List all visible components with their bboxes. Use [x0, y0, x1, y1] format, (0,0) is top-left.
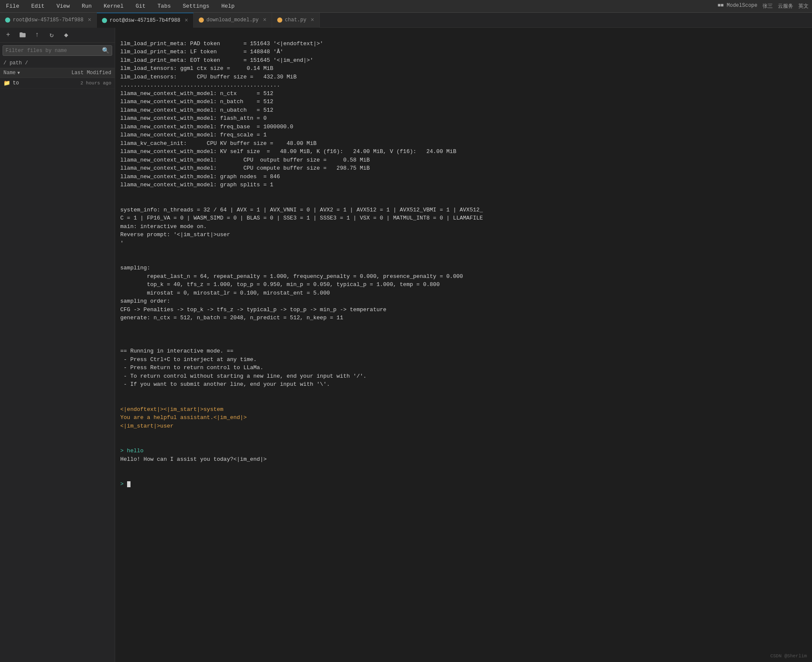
terminal-line: C = 1 | FP16_VA = 0 | WASM_SIMD = 0 | BL… — [120, 215, 483, 221]
terminal-line: - Press Ctrl+C to interject at any time. — [120, 356, 257, 363]
menu-help[interactable]: Help — [219, 2, 237, 10]
menu-edit[interactable]: Edit — [29, 2, 47, 10]
terminal-output[interactable]: llm_load_print_meta: PAD token = 151643 … — [115, 28, 812, 662]
terminal-response: Hello! How can I assist you today?<|im_e… — [120, 456, 267, 463]
terminal-line: mirostat = 0, mirostat_lr = 0.100, miros… — [120, 290, 330, 296]
terminal-line: llama_new_context_with_model: KV self si… — [120, 148, 456, 155]
column-modified[interactable]: Last Modified — [60, 70, 111, 76]
tab-icon-2 — [102, 18, 107, 23]
tab-icon-3 — [199, 17, 204, 23]
terminal-line: ' — [120, 240, 124, 246]
terminal-line: llm_load_print_meta: PAD token = 151643 … — [120, 40, 323, 47]
new-folder-button[interactable] — [17, 29, 28, 40]
menu-settings[interactable]: Settings — [180, 2, 212, 10]
main-area: + ↑ ↻ ◆ 🔍 / path / Name ▼ Last Modified — [0, 28, 812, 662]
breadcrumb: / path / — [0, 58, 115, 68]
menu-git[interactable]: Git — [133, 2, 148, 10]
menu-run[interactable]: Run — [79, 2, 94, 10]
account-type: 云服务 — [778, 3, 793, 10]
terminal-user-input: > hello — [120, 448, 144, 454]
terminal-line: - To return control without starting a n… — [120, 373, 366, 379]
brand-logo: ■■ ModelScope — [717, 3, 757, 10]
file-name: to — [13, 80, 60, 86]
git-button[interactable]: ◆ — [61, 29, 72, 40]
terminal-line: llama_new_context_with_model: n_batch = … — [120, 98, 273, 105]
column-name-label: Name — [3, 70, 16, 76]
terminal-line: sampling order: — [120, 298, 170, 304]
sort-arrow-icon: ▼ — [17, 71, 20, 75]
terminal-line: main: interactive mode on. — [120, 223, 207, 230]
terminal-line: Reverse prompt: '<|im_start|>user — [120, 231, 230, 238]
terminal-line: llama_kv_cache_init: CPU KV buffer size … — [120, 140, 316, 147]
folder-icon: 📁 — [3, 80, 10, 87]
tab-close-3[interactable]: × — [263, 17, 267, 23]
terminal-line: llama_new_context_with_model: freq_base … — [120, 124, 293, 130]
search-icon[interactable]: 🔍 — [102, 47, 109, 54]
terminal-line: repeat_last_n = 64, repeat_penalty = 1.0… — [120, 273, 463, 280]
search-input[interactable] — [6, 48, 102, 54]
menu-tabs[interactable]: Tabs — [155, 2, 173, 10]
tab-icon-4 — [277, 17, 282, 23]
terminal-line: llama_new_context_with_model: CPU comput… — [120, 165, 370, 171]
upload-button[interactable]: ↑ — [32, 29, 43, 40]
list-item[interactable]: 📁 to 2 hours ago — [0, 78, 115, 89]
tab-download-model[interactable]: download_model.py × — [194, 13, 272, 28]
terminal-line: generate: n_ctx = 512, n_batch = 2048, n… — [120, 315, 343, 321]
terminal-line: - If you want to submit another line, en… — [120, 381, 330, 387]
terminal-line: llm_load_tensors: ggml ctx size = 0.14 M… — [120, 65, 273, 72]
cursor-block — [127, 481, 130, 487]
new-file-button[interactable]: + — [3, 29, 14, 40]
lang-switch[interactable]: 英文 — [798, 3, 809, 10]
logo-area: ■■ ModelScope 张三 云服务 英文 — [717, 3, 809, 10]
terminal-line: == Running in interactive mode. == — [120, 348, 233, 354]
terminal-line: - Press Return to return control to LLaM… — [120, 364, 263, 371]
terminal-cursor-prompt[interactable]: > — [120, 481, 130, 487]
tab-icon-1 — [5, 17, 10, 23]
file-list-header: Name ▼ Last Modified — [0, 68, 115, 78]
tab-label-4: chat.py — [285, 17, 306, 23]
terminal-line: top_k = 40, tfs_z = 1.000, top_p = 0.950… — [120, 281, 440, 288]
terminal-line: llama_new_context_with_model: n_ubatch =… — [120, 107, 273, 113]
menu-kernel[interactable]: Kernel — [101, 2, 126, 10]
terminal-line: system_info: n_threads = 32 / 64 | AVX =… — [120, 207, 483, 213]
menu-view[interactable]: View — [54, 2, 72, 10]
file-modified: 2 hours ago — [60, 81, 111, 86]
terminal-line: llama_new_context_with_model: CPU output… — [120, 157, 370, 163]
sidebar-toolbar: + ↑ ↻ ◆ — [0, 28, 115, 43]
tab-terminal-1[interactable]: root@dsw-457185-7b4f988 × — [0, 13, 97, 28]
terminal-line: llm_load_tensors: CPU buffer size = 432.… — [120, 74, 296, 80]
terminal-system-content: You are a helpful assistant.<|im_end|> — [120, 414, 246, 421]
tab-label-1: root@dsw-457185-7b4f988 — [13, 17, 84, 23]
menu-bar: File Edit View Run Kernel Git Tabs Setti… — [0, 0, 812, 13]
menu-file[interactable]: File — [3, 2, 22, 10]
file-sidebar: + ↑ ↻ ◆ 🔍 / path / Name ▼ Last Modified — [0, 28, 115, 662]
file-list: 📁 to 2 hours ago — [0, 78, 115, 662]
tab-label-2: root@dsw-457185-7b4f988 — [110, 17, 180, 23]
column-modified-label: Last Modified — [71, 70, 111, 76]
breadcrumb-text: / path / — [3, 60, 28, 66]
terminal-line: llama_new_context_with_model: freq_scale… — [120, 132, 267, 138]
terminal-line: llama_new_context_with_model: graph node… — [120, 173, 280, 180]
terminal-user-start: <|im_start|>user — [120, 423, 174, 429]
terminal-line: sampling: — [120, 265, 150, 271]
search-box: 🔍 — [3, 45, 112, 56]
tab-close-4[interactable]: × — [310, 17, 314, 23]
tab-label-3: download_model.py — [206, 17, 258, 23]
terminal-line: llama_new_context_with_model: graph spli… — [120, 182, 273, 188]
terminal-line: llama_new_context_with_model: flash_attn… — [120, 115, 267, 121]
tab-terminal-2[interactable]: root@dsw-457185-7b4f988 × — [97, 13, 194, 28]
terminal-line: ........................................… — [120, 82, 280, 88]
refresh-button[interactable]: ↻ — [46, 29, 57, 40]
tab-close-2[interactable]: × — [185, 17, 188, 24]
tab-bar: root@dsw-457185-7b4f988 × root@dsw-45718… — [0, 13, 812, 28]
watermark: CSDN @Sherlim — [770, 653, 807, 659]
user-name: 张三 — [763, 3, 773, 10]
terminal-line: llm_load_print_meta: LF token = 148848 '… — [120, 49, 283, 55]
tab-close-1[interactable]: × — [88, 17, 91, 23]
terminal-line: llama_new_context_with_model: n_ctx = 51… — [120, 90, 273, 97]
column-name[interactable]: Name ▼ — [3, 70, 60, 76]
terminal-area: llm_load_print_meta: PAD token = 151643 … — [115, 28, 812, 662]
tab-chat[interactable]: chat.py × — [272, 13, 320, 28]
terminal-line: CFG -> Penalties -> top_k -> tfs_z -> ty… — [120, 306, 386, 313]
terminal-system-prompt: <|endoftext|><|im_start|>system — [120, 406, 223, 413]
